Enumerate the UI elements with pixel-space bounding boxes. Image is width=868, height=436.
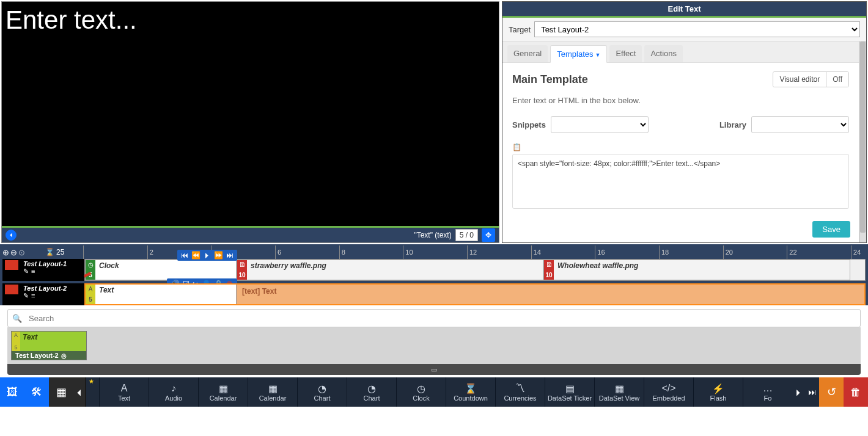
undo-button[interactable]: ↺ xyxy=(819,377,844,407)
tool-label: Calendar xyxy=(259,394,287,402)
edit-panel-title: Edit Text xyxy=(502,2,866,18)
prev-icon[interactable]: ⏪ xyxy=(191,251,200,260)
tool-calendar[interactable]: ▦Calendar xyxy=(198,377,248,407)
layout-track-1[interactable]: ◷5 Clock ⏮⏪⏵⏩⏭ 🔊☑↪👤🔒🗑 ➦ 🖺10 strawberry w… xyxy=(84,259,866,281)
clip-image-2[interactable]: 🖺10 Wholewheat waffle.png xyxy=(543,260,850,280)
target-select[interactable]: Test Layout-2 xyxy=(534,21,860,37)
paste-icon[interactable]: 📋 xyxy=(512,143,521,151)
bottom-toolbar: 🖼 🛠 ▦ ⏴ ★ AText♪Audio▦Calendar▦Calendar◔… xyxy=(0,377,868,407)
collapse-left-button[interactable]: ⏴ xyxy=(73,377,86,407)
scroll-end-button[interactable]: ⏭ xyxy=(806,377,819,407)
preview-placeholder-text: Enter text... xyxy=(6,5,137,34)
zoom-reset-icon[interactable]: ⊙ xyxy=(18,248,25,257)
tool-fo[interactable]: …Fo xyxy=(743,377,792,407)
delete-button[interactable]: 🗑 xyxy=(844,377,868,407)
library-select[interactable] xyxy=(751,116,849,133)
tool-label: Audio xyxy=(165,394,182,402)
chart-icon: ◔ xyxy=(367,382,376,394)
ruler-mark: 18 xyxy=(659,245,669,259)
tools-button[interactable]: 🛠 xyxy=(24,377,49,407)
edit-icon[interactable]: ✎ xyxy=(23,267,29,275)
tool-label: DataSet Ticker xyxy=(548,394,592,402)
tool-text[interactable]: AText xyxy=(99,377,149,407)
tool-label: Fo xyxy=(764,394,772,402)
clip-clock[interactable]: ◷5 Clock ⏮⏪⏵⏩⏭ 🔊☑↪👤🔒🗑 ➦ xyxy=(85,260,237,280)
ruler-mark: 22 xyxy=(787,245,796,259)
tool-audio[interactable]: ♪Audio xyxy=(149,377,198,407)
tool-currencies[interactable]: 〽Currencies xyxy=(495,377,545,407)
ffwd-icon[interactable]: ⏭ xyxy=(226,251,234,260)
ruler-mark: 14 xyxy=(531,245,541,259)
hourglass-icon: ⌛ xyxy=(45,248,54,256)
star-icon: ★ xyxy=(89,378,94,385)
save-button[interactable]: Save xyxy=(812,221,850,238)
tool-label: Embedded xyxy=(652,394,685,402)
tool-countdown[interactable]: ⌛Countdown xyxy=(446,377,495,407)
ruler-mark: 10 xyxy=(403,245,413,259)
tab-actions[interactable]: Actions xyxy=(644,45,683,62)
dataset-ticker-icon: ▤ xyxy=(565,382,575,394)
main-template-heading: Main Template xyxy=(512,73,588,86)
tool-label: Clock xyxy=(413,394,430,402)
ruler-mark: 20 xyxy=(723,245,733,259)
snippets-select[interactable] xyxy=(551,116,649,133)
clip-image-1[interactable]: 🖺10 strawberry waffle.png xyxy=(237,260,543,280)
library-body: A5 Text Test Layout-2 ◎ xyxy=(7,327,861,364)
template-html-input[interactable]: <span style="font-size: 48px; color:#fff… xyxy=(512,154,849,209)
preview-move-button[interactable]: ✥ xyxy=(482,228,495,242)
preview-back-button[interactable] xyxy=(6,230,17,241)
library-search[interactable]: 🔍 xyxy=(7,309,861,327)
clip-transport-controls[interactable]: ⏮⏪⏵⏩⏭ xyxy=(177,250,237,261)
layout-name-2: Test Layout-2 xyxy=(23,285,82,292)
tab-effect[interactable]: Effect xyxy=(609,45,642,62)
clip-text-overlay[interactable]: [text] Text xyxy=(237,284,865,305)
layout-label-2[interactable]: Test Layout-2 ✎ ≡ xyxy=(2,283,84,305)
rewind-icon[interactable]: ⏮ xyxy=(181,251,188,260)
layout-track-2[interactable]: A5 Text [text] Text xyxy=(84,283,866,305)
scroll-right-button[interactable]: ⏵ xyxy=(792,377,806,407)
tool-embedded[interactable]: </>Embedded xyxy=(644,377,693,407)
edit-icon[interactable]: ✎ xyxy=(23,292,29,300)
tool-clock[interactable]: ◷Clock xyxy=(396,377,446,407)
tool-label: Chart xyxy=(314,394,331,402)
template-hint: Enter text or HTML in the box below. xyxy=(512,96,849,105)
zoom-in-icon[interactable]: ⊕ xyxy=(2,248,9,257)
layout-swatch xyxy=(5,260,18,270)
next-icon[interactable]: ⏩ xyxy=(214,251,223,260)
tab-general[interactable]: General xyxy=(507,45,548,62)
tool-label: Chart xyxy=(364,394,380,402)
tool-dataset-view[interactable]: ▦DataSet View xyxy=(594,377,644,407)
ruler-mark: 8 xyxy=(339,245,345,259)
ruler-mark: 24 xyxy=(851,245,861,259)
preview-ratio: 5 / 0 xyxy=(455,229,478,241)
fo-icon: … xyxy=(763,382,773,394)
preview-pane: Enter text... "Text" (text) 5 / 0 ✥ xyxy=(1,1,499,243)
chart-icon: ◔ xyxy=(318,382,326,394)
tab-templates[interactable]: Templates▼ xyxy=(550,45,607,63)
play-icon[interactable]: ⏵ xyxy=(204,251,211,260)
visual-editor-toggle[interactable]: Visual editor Off xyxy=(773,71,849,87)
library-drawer-toggle[interactable]: ▭ xyxy=(7,364,861,375)
tool-flash[interactable]: ⚡Flash xyxy=(693,377,743,407)
tool-chart[interactable]: ◔Chart xyxy=(297,377,347,407)
ruler-mark: 6 xyxy=(275,245,281,259)
grid-button[interactable]: ▦ xyxy=(49,377,73,407)
zoom-out-icon[interactable]: ⊖ xyxy=(10,248,17,257)
list-icon[interactable]: ≡ xyxy=(31,267,35,275)
library-card-text[interactable]: A5 Text Test Layout-2 ◎ xyxy=(11,331,87,360)
clip-text[interactable]: A5 Text xyxy=(85,284,237,305)
tool-calendar[interactable]: ▦Calendar xyxy=(248,377,297,407)
text-icon: A xyxy=(14,332,18,338)
currencies-icon: 〽 xyxy=(515,382,525,394)
tool-dataset-ticker[interactable]: ▤DataSet Ticker xyxy=(545,377,594,407)
tool-chart[interactable]: ◔Chart xyxy=(347,377,396,407)
layout-label-1[interactable]: Test Layout-1 ✎ ≡ xyxy=(2,259,84,281)
library-label: Library xyxy=(719,120,746,129)
search-input[interactable] xyxy=(26,314,860,323)
preview-canvas: Enter text... xyxy=(2,2,499,228)
timeline: ⊕ ⊖ ⊙ ⌛ 25 24681012141618202224 Test Lay… xyxy=(0,244,868,305)
list-icon[interactable]: ≡ xyxy=(31,292,35,300)
edit-scrollbar[interactable] xyxy=(859,42,866,242)
media-button[interactable]: 🖼 xyxy=(0,377,24,407)
favorites-indicator[interactable]: ★ xyxy=(86,377,99,407)
